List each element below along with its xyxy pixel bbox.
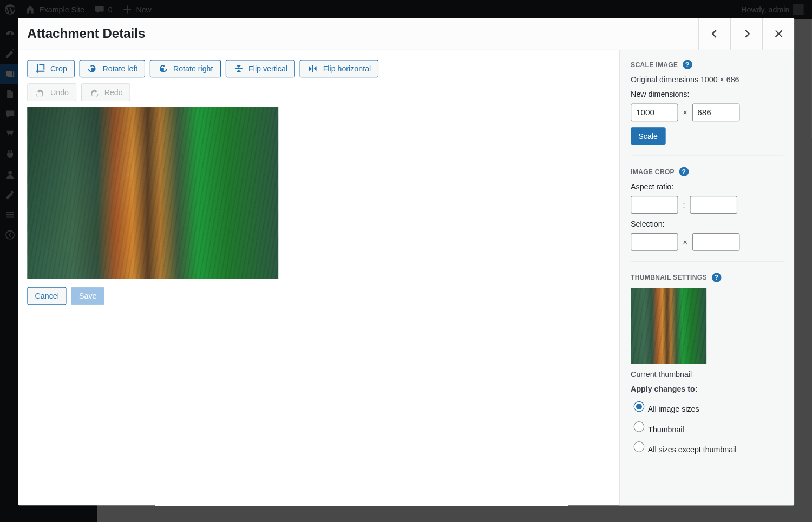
admin-bar: Example Site 0 New Howdy, admin [0,0,812,19]
svg-point-0 [6,231,14,239]
radio-except-thumbnail-label: All sizes except thumbnail [648,445,737,454]
selection-label: Selection: [631,220,783,228]
redo-button: Redo [81,83,130,101]
radio-thumbnail-input[interactable] [634,421,645,432]
crop-heading: Image Crop [631,168,675,175]
radio-all-sizes[interactable]: All image sizes [631,399,783,413]
menu-media-icon[interactable] [0,64,20,84]
menu-appearance-icon[interactable] [0,124,20,144]
redo-icon [89,87,100,98]
selection-width-input[interactable] [631,233,678,251]
redo-label: Redo [104,88,123,96]
menu-posts-icon[interactable] [0,44,20,64]
undo-button: Undo [27,83,76,101]
radio-all-sizes-label: All image sizes [648,405,699,413]
rotate-right-button[interactable]: Rotate right [150,60,220,77]
rotate-right-label: Rotate right [173,64,213,73]
rotate-left-icon [87,63,98,74]
crop-button[interactable]: Crop [27,60,75,77]
scale-button[interactable]: Scale [631,127,665,145]
site-link[interactable]: Example Site [20,0,89,19]
site-name: Example Site [39,5,84,14]
rotate-left-label: Rotate left [102,64,137,73]
menu-dashboard-icon[interactable] [0,24,20,44]
prev-button[interactable] [698,18,730,50]
flip-horizontal-button[interactable]: Flip horizontal [300,60,378,77]
attachment-details-modal: Attachment Details Crop [18,18,794,505]
modal-header: Attachment Details [18,18,794,50]
aspect-ratio-label: Aspect ratio: [631,182,783,191]
menu-tools-icon[interactable] [0,184,20,204]
crop-label: Crop [50,64,67,73]
help-icon[interactable]: ? [712,273,722,282]
menu-users-icon[interactable] [0,164,20,184]
avatar-icon [793,4,804,15]
flip-vertical-label: Flip vertical [248,64,287,73]
radio-except-thumbnail[interactable]: All sizes except thumbnail [631,440,783,454]
new-link[interactable]: New [117,0,156,19]
current-thumbnail [631,288,706,364]
menu-comments-icon[interactable] [0,104,20,124]
undo-label: Undo [50,88,69,96]
scale-heading: Scale Image [631,61,678,68]
cancel-button[interactable]: Cancel [27,287,67,305]
rotate-right-icon [158,63,168,74]
editor-pane: Crop Rotate left Rotate right Flip verti… [18,50,620,505]
original-dimensions: Original dimensions 1000 × 686 [631,75,783,84]
close-button[interactable] [762,18,794,50]
comments-count: 0 [108,5,113,14]
save-button: Save [71,287,104,305]
scale-button-label: Scale [638,131,658,140]
admin-menu [0,19,20,522]
modal-title: Attachment Details [27,26,145,41]
rotate-left-button[interactable]: Rotate left [80,60,146,77]
thumbnail-settings-group: Thumbnail Settings ? Current thumbnail A… [631,273,783,454]
aspect-height-input[interactable] [690,196,737,214]
scale-image-group: Scale Image ? Original dimensions 1000 ×… [631,60,783,145]
menu-pages-icon[interactable] [0,84,20,104]
scale-height-input[interactable] [692,103,739,121]
howdy-link[interactable]: Howdy, admin [736,0,808,19]
flip-horizontal-icon [307,63,318,74]
menu-plugins-icon[interactable] [0,144,20,164]
radio-all-sizes-input[interactable] [634,401,645,412]
next-button[interactable] [730,18,762,50]
chevron-left-icon [709,28,721,39]
apply-changes-legend: Apply changes to: [631,385,783,393]
divider [631,262,783,262]
flip-horizontal-label: Flip horizontal [323,64,371,73]
current-thumbnail-caption: Current thumbnail [631,370,783,379]
selection-height-input[interactable] [692,233,739,251]
image-crop-group: Image Crop ? Aspect ratio: : Selection: … [631,167,783,251]
divider [631,156,783,156]
close-icon [773,29,784,39]
save-label: Save [79,292,96,300]
radio-except-thumbnail-input[interactable] [634,441,645,452]
times-separator: × [683,108,687,117]
aspect-separator: : [683,200,685,209]
settings-pane: Scale Image ? Original dimensions 1000 ×… [619,50,794,505]
flip-vertical-button[interactable]: Flip vertical [225,60,295,77]
selection-separator: × [683,237,687,246]
help-icon[interactable]: ? [679,167,689,177]
new-dimensions-label: New dimensions: [631,90,783,98]
howdy-text: Howdy, admin [741,5,789,14]
cancel-label: Cancel [35,292,59,300]
menu-collapse-icon[interactable] [0,225,20,245]
help-icon[interactable]: ? [683,60,692,69]
chevron-right-icon [741,28,752,39]
radio-thumbnail-label: Thumbnail [648,425,684,433]
new-label: New [136,5,151,14]
flip-vertical-icon [233,63,244,74]
radio-thumbnail[interactable]: Thumbnail [631,420,783,434]
menu-settings-icon[interactable] [0,205,20,225]
scale-width-input[interactable] [631,103,678,121]
wp-logo[interactable] [0,0,20,19]
edit-image-canvas[interactable] [27,107,278,279]
comments-link[interactable]: 0 [89,0,117,19]
aspect-width-input[interactable] [631,196,678,214]
crop-icon [35,63,46,74]
undo-icon [35,87,46,98]
thumbnail-heading: Thumbnail Settings [631,274,707,281]
